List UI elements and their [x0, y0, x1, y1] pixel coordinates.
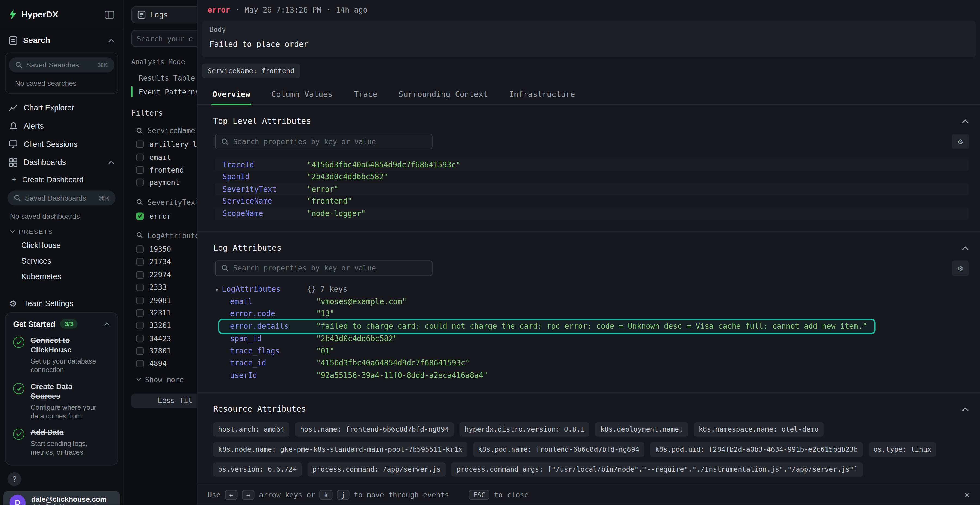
checkbox[interactable]: [136, 297, 144, 304]
checkbox[interactable]: [136, 322, 144, 329]
checkbox[interactable]: [136, 245, 144, 253]
resource-chip[interactable]: hyperdx.distro.version: 0.8.1: [460, 422, 590, 437]
table-row[interactable]: SeverityText"error": [215, 183, 969, 195]
resource-chip[interactable]: os.type: linux: [869, 442, 937, 457]
tree-row[interactable]: userId"92a55156-39a4-11f0-8ddd-a2eca416a…: [215, 369, 969, 381]
table-row[interactable]: ScopeName"node-logger": [215, 207, 969, 219]
property-search-input[interactable]: [215, 133, 433, 149]
filter-group-servicename[interactable]: ServiceName: [131, 126, 197, 135]
saved-dashboards-field[interactable]: [25, 194, 95, 202]
checkbox[interactable]: [136, 284, 144, 291]
property-search-field[interactable]: [233, 137, 426, 146]
checkbox[interactable]: [136, 360, 144, 368]
sidebar-item-alerts[interactable]: Alerts: [0, 117, 123, 135]
checkbox[interactable]: [136, 141, 144, 148]
checkbox[interactable]: [136, 309, 144, 317]
tab-column-values[interactable]: Column Values: [270, 85, 334, 104]
sidebar-item-chart-explorer[interactable]: Chart Explorer: [0, 99, 123, 117]
tree-row[interactable]: email"vmoses@example.com": [215, 295, 969, 308]
filter-option[interactable]: 32311: [131, 306, 197, 319]
filter-option[interactable]: 4894: [131, 357, 197, 370]
filter-group-logattributes[interactable]: LogAttributes: [131, 231, 197, 240]
help-button[interactable]: ?: [8, 472, 22, 486]
resource-chip[interactable]: k8s.deployment.name:: [595, 422, 688, 437]
mode-event-patterns[interactable]: Event Patterns: [131, 85, 197, 99]
tree-row[interactable]: trace_flags"01": [215, 345, 969, 357]
create-dashboard-button[interactable]: + Create Dashboard: [0, 171, 123, 188]
filter-option[interactable]: email: [131, 151, 197, 164]
resource-chip[interactable]: k8s.node.name: gke-pme-k8s-standard-main…: [213, 442, 468, 457]
event-search-input[interactable]: [131, 30, 197, 47]
filter-option[interactable]: frontend: [131, 164, 197, 176]
service-name-chip[interactable]: ServiceName: frontend: [202, 64, 300, 78]
less-filters-button[interactable]: Less fil: [131, 394, 197, 408]
saved-searches-field[interactable]: [26, 61, 93, 69]
checkbox[interactable]: [136, 348, 144, 355]
get-started-step[interactable]: Create Data Sources Configure where your…: [13, 382, 110, 420]
tab-surrounding-context[interactable]: Surrounding Context: [398, 85, 490, 104]
resource-chip[interactable]: k8s.pod.name: frontend-6b6c8d7bfd-ng894: [473, 442, 644, 457]
tree-row[interactable]: span_id"2b43d0c4dd6bc582": [215, 333, 969, 345]
get-started-header[interactable]: Get Started 3/3: [13, 319, 110, 329]
detail-scroll-area[interactable]: Top Level Attributes ⚙ TraceId"41: [197, 105, 980, 483]
filter-option[interactable]: 37801: [131, 345, 197, 357]
section-settings-button[interactable]: ⚙: [952, 133, 969, 149]
tree-root-row[interactable]: ▾ LogAttributes {} 7 keys: [215, 283, 969, 295]
tree-row-highlighted[interactable]: error.details"failed to charge card: cou…: [220, 320, 875, 333]
tab-trace[interactable]: Trace: [353, 85, 379, 104]
filter-option[interactable]: 34423: [131, 332, 197, 345]
collapse-section-button[interactable]: [962, 406, 969, 412]
chevron-up-icon[interactable]: [108, 38, 115, 42]
checkbox[interactable]: [136, 271, 144, 279]
close-icon[interactable]: ×: [964, 489, 970, 500]
resource-chip[interactable]: process.command: /app/server.js: [307, 462, 445, 477]
user-menu[interactable]: D dale@clickhouse.com dale@clickhouse.co…: [3, 491, 120, 505]
sidebar-item-search[interactable]: Search: [0, 29, 123, 51]
tab-overview[interactable]: Overview: [211, 85, 251, 104]
event-search-field[interactable]: [137, 34, 197, 43]
source-selector[interactable]: Logs: [131, 6, 197, 23]
sidebar-item-dashboards[interactable]: Dashboards: [0, 153, 123, 172]
mode-results-table[interactable]: Results Table: [131, 71, 197, 85]
filter-option[interactable]: artillery-loa: [131, 138, 197, 151]
sidebar-item-team-settings[interactable]: ⚙ Team Settings: [0, 294, 123, 312]
collapse-section-button[interactable]: [962, 245, 969, 250]
saved-searches-input[interactable]: ⌘K: [9, 57, 115, 72]
filter-option[interactable]: 33261: [131, 319, 197, 332]
filter-option[interactable]: 29081: [131, 294, 197, 306]
table-row[interactable]: SpanId"2b43d0c4dd6bc582": [215, 171, 969, 183]
sidebar-item-client-sessions[interactable]: Client Sessions: [0, 135, 123, 153]
tree-row[interactable]: trace_id"4156d3fbc40a64854d9dc7f68641593…: [215, 357, 969, 369]
filter-option[interactable]: error: [131, 210, 197, 222]
filter-group-severitytext[interactable]: SeverityText: [131, 198, 197, 206]
sidebar-item-clickhouse[interactable]: ClickHouse: [0, 237, 123, 253]
resource-chip[interactable]: process.command_args: ["/usr/local/bin/n…: [451, 462, 863, 477]
chevron-up-icon[interactable]: [108, 160, 115, 164]
tab-infrastructure[interactable]: Infrastructure: [508, 85, 576, 104]
resource-chip[interactable]: host.arch: amd64: [213, 422, 290, 437]
checkbox[interactable]: [136, 335, 144, 342]
sidebar-item-kubernetes[interactable]: Kubernetes: [0, 268, 123, 284]
property-search-field[interactable]: [233, 264, 426, 272]
checkbox[interactable]: [136, 258, 144, 266]
collapse-section-button[interactable]: [962, 118, 969, 124]
resource-chip[interactable]: k8s.pod.uid: f284fb2d-a0b3-4634-991b-e2c…: [650, 442, 863, 457]
section-settings-button[interactable]: ⚙: [952, 260, 969, 276]
checkbox[interactable]: [136, 166, 144, 174]
saved-dashboards-input[interactable]: ⌘K: [8, 191, 116, 205]
checkbox[interactable]: [136, 154, 144, 161]
table-row[interactable]: ServiceName"frontend": [215, 195, 969, 207]
get-started-step[interactable]: Connect to ClickHouse Set up your databa…: [13, 336, 110, 375]
chevron-up-icon[interactable]: [104, 322, 110, 326]
table-row[interactable]: TraceId"4156d3fbc40a64854d9dc7f68641593c…: [215, 159, 969, 171]
resource-chip[interactable]: k8s.namespace.name: otel-demo: [694, 422, 824, 437]
checkbox-checked[interactable]: [136, 212, 144, 220]
tree-row[interactable]: error.code"13": [215, 308, 969, 320]
filter-option[interactable]: 22974: [131, 268, 197, 281]
show-more-button[interactable]: Show more: [131, 375, 197, 384]
resource-chip[interactable]: host.name: frontend-6b6c8d7bfd-ng894: [295, 422, 454, 437]
filter-option[interactable]: 21734: [131, 256, 197, 268]
resource-chip[interactable]: os.version: 6.6.72+: [213, 462, 302, 477]
sidebar-item-services[interactable]: Services: [0, 253, 123, 268]
get-started-step[interactable]: Add Data Start sending logs, metrics, or…: [13, 428, 110, 457]
